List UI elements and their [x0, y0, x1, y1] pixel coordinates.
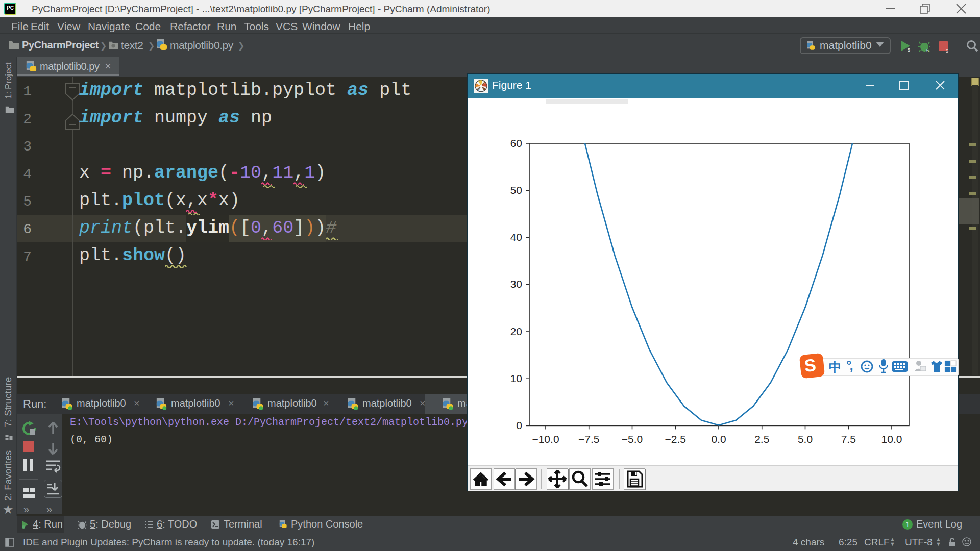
svg-text:5: 5 [908, 47, 910, 52]
svg-text:−2.5: −2.5 [665, 433, 686, 445]
svg-text:2.5: 2.5 [754, 433, 769, 445]
svg-text:−10.0: −10.0 [532, 433, 559, 445]
svg-text:30: 30 [510, 278, 522, 290]
svg-text:40: 40 [510, 231, 522, 243]
svg-text:7.5: 7.5 [841, 433, 856, 445]
svg-text:−5.0: −5.0 [622, 433, 643, 445]
svg-text:5: 5 [926, 48, 929, 52]
svg-text:−7.5: −7.5 [578, 433, 599, 445]
svg-text:5.0: 5.0 [798, 433, 813, 445]
svg-text:50: 50 [510, 184, 522, 196]
svg-text:0: 0 [516, 419, 522, 431]
svg-text:10: 10 [510, 372, 522, 384]
svg-text:20: 20 [510, 325, 522, 337]
svg-text:10.0: 10.0 [881, 433, 902, 445]
svg-text:60: 60 [510, 137, 522, 149]
svg-text:5: 5 [946, 48, 948, 53]
svg-text:0.0: 0.0 [711, 433, 726, 445]
